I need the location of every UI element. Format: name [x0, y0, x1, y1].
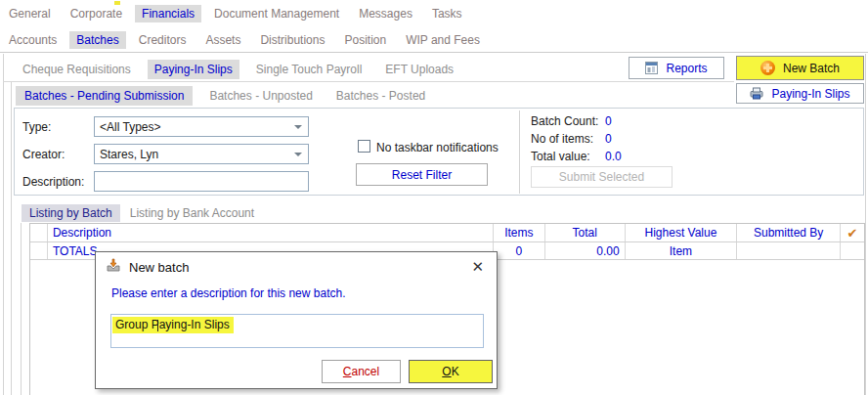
- financials-submenu: Accounts Batches Creditors Assets Distri…: [2, 31, 487, 49]
- col-highest-value[interactable]: Highest Value: [626, 224, 738, 241]
- submit-selected-button[interactable]: Submit Selected: [531, 166, 673, 188]
- panel-border-right: [865, 54, 866, 395]
- filter-panel: Type: <All Types> Creator: Stares, Lyn D…: [14, 108, 864, 196]
- app-window: General Corporate Financials Document Ma…: [0, 0, 868, 395]
- total-value-label: Total value:: [531, 150, 605, 163]
- submenu-wip-and-fees[interactable]: WIP and Fees: [399, 31, 487, 49]
- tab-paying-in-slips[interactable]: Paying-In Slips: [148, 60, 239, 79]
- tab-single-touch-payroll[interactable]: Single Touch Payroll: [249, 60, 369, 79]
- check-icon: ✔: [847, 226, 858, 241]
- no-of-items-value: 0: [605, 132, 612, 146]
- listing-border-left: [21, 223, 22, 395]
- printer-icon: [750, 87, 763, 100]
- totals-total: 0.00: [545, 242, 626, 259]
- panel-border-left-inner: [11, 82, 12, 395]
- chevron-down-icon: [294, 153, 302, 156]
- tab-eft-uploads[interactable]: EFT Uploads: [378, 60, 460, 79]
- no-of-items-label: No of items:: [531, 132, 605, 146]
- batch-count-value: 0: [605, 114, 612, 128]
- totals-items: 0: [494, 242, 545, 259]
- batch-description-input[interactable]: Group Paying-In Slips: [110, 314, 484, 348]
- type-label: Type:: [22, 120, 51, 134]
- menu-financials[interactable]: Financials: [135, 5, 201, 22]
- menu-corporate[interactable]: Corporate: [64, 5, 129, 22]
- submenu-creditors[interactable]: Creditors: [132, 31, 194, 49]
- description-input[interactable]: [94, 171, 309, 192]
- tab-listing-by-bank-account[interactable]: Listing by Bank Account: [122, 204, 262, 222]
- ok-button[interactable]: OK: [409, 360, 493, 383]
- no-taskbar-notifications-checkbox[interactable]: [358, 140, 370, 153]
- menu-general[interactable]: General: [2, 5, 58, 22]
- col-items[interactable]: Items: [494, 224, 545, 241]
- batch-count-row: Batch Count: 0: [531, 114, 612, 128]
- new-batch-button-label: New Batch: [783, 62, 840, 75]
- cancel-button[interactable]: Cancel: [322, 360, 401, 383]
- reports-button-label: Reports: [666, 62, 707, 75]
- submenu-position[interactable]: Position: [337, 31, 393, 49]
- no-taskbar-notifications-label: No taskbar notifications: [376, 141, 499, 154]
- panel-border-left-outer: [3, 54, 4, 395]
- row-selector-cell[interactable]: [30, 242, 48, 259]
- menu-tasks[interactable]: Tasks: [425, 5, 469, 22]
- reports-icon: [645, 62, 658, 74]
- submenu-batches[interactable]: Batches: [69, 31, 125, 49]
- section-tab-separator: [3, 81, 734, 82]
- close-icon[interactable]: ✕: [471, 258, 484, 276]
- ok-button-label: OK: [442, 365, 458, 378]
- new-batch-dialog-icon: [106, 258, 121, 273]
- creator-label: Creator:: [22, 148, 65, 161]
- new-batch-button[interactable]: New Batch: [736, 56, 864, 80]
- total-value-value: 0.0: [605, 150, 622, 163]
- batch-description-input-value: Group Paying-In Slips: [112, 317, 234, 333]
- col-total[interactable]: Total: [545, 224, 626, 241]
- new-batch-dialog: New batch ✕ Please enter a description f…: [95, 251, 498, 389]
- col-submitted-by[interactable]: Submitted By: [737, 224, 841, 241]
- text-cursor: [157, 320, 158, 331]
- totals-check-cell: [841, 242, 864, 259]
- submit-selected-button-label: Submit Selected: [559, 170, 644, 184]
- cancel-button-label: Cancel: [343, 365, 379, 378]
- tab-batches-unposted[interactable]: Batches - Unposted: [202, 86, 319, 106]
- tab-batches-posted[interactable]: Batches - Posted: [329, 86, 432, 106]
- row-selector-header: [30, 224, 48, 241]
- listing-tabs: Listing by Batch Listing by Bank Account: [22, 204, 262, 222]
- totals-submitted-by: [737, 242, 841, 259]
- batch-type-tabs: Cheque Requisitions Paying-In Slips Sing…: [16, 60, 460, 79]
- tab-listing-by-batch[interactable]: Listing by Batch: [22, 204, 120, 222]
- paying-in-slips-button-label: Paying-In Slips: [771, 87, 849, 101]
- main-menubar: General Corporate Financials Document Ma…: [2, 5, 469, 22]
- filter-divider: [519, 110, 520, 194]
- total-value-row: Total value: 0.0: [531, 150, 622, 163]
- menu-document-management[interactable]: Document Management: [207, 5, 346, 22]
- table-header-row: Description Items Total Highest Value Su…: [30, 224, 864, 242]
- add-icon: [760, 61, 775, 75]
- reset-filter-button-label: Reset Filter: [392, 168, 452, 182]
- type-dropdown[interactable]: <All Types>: [94, 116, 309, 137]
- creator-dropdown[interactable]: Stares, Lyn: [94, 144, 309, 164]
- menu-separator: [0, 52, 868, 53]
- paying-in-slips-button[interactable]: Paying-In Slips: [736, 83, 864, 104]
- tab-batches-pending-submission[interactable]: Batches - Pending Submission: [16, 86, 193, 106]
- totals-highest-value: Item: [626, 242, 738, 259]
- chevron-down-icon: [294, 125, 302, 129]
- col-description[interactable]: Description: [48, 224, 494, 241]
- dialog-message: Please enter a description for this new …: [111, 286, 345, 300]
- col-check[interactable]: ✔: [841, 224, 864, 241]
- dialog-title: New batch: [129, 260, 189, 275]
- reset-filter-button[interactable]: Reset Filter: [356, 163, 488, 186]
- no-of-items-row: No of items: 0: [531, 132, 612, 146]
- batch-count-label: Batch Count:: [531, 114, 605, 128]
- batch-status-tabs: Batches - Pending Submission Batches - U…: [16, 86, 432, 106]
- description-label: Description:: [22, 175, 84, 189]
- creator-dropdown-value: Stares, Lyn: [100, 148, 158, 161]
- tab-cheque-requisitions[interactable]: Cheque Requisitions: [16, 60, 138, 79]
- menu-messages[interactable]: Messages: [352, 5, 419, 22]
- reports-button[interactable]: Reports: [629, 57, 724, 79]
- submenu-accounts[interactable]: Accounts: [2, 31, 64, 49]
- submenu-distributions[interactable]: Distributions: [253, 31, 331, 49]
- submenu-assets[interactable]: Assets: [198, 31, 247, 49]
- type-dropdown-value: <All Types>: [100, 120, 160, 134]
- highlight-mark: [114, 1, 120, 5]
